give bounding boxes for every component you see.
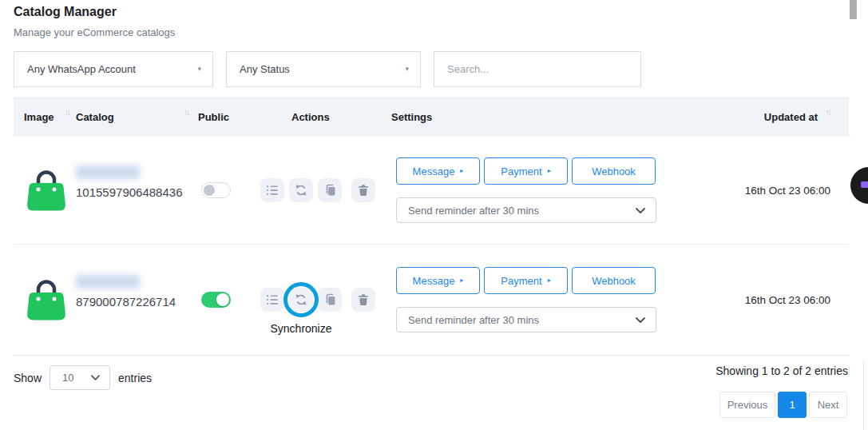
table-row: 879000787226714 Synchronize Message ▸ (14, 245, 849, 356)
list-products-button[interactable] (260, 178, 284, 202)
message-button-label: Message (413, 275, 455, 287)
whatsapp-account-value: Any WhatsApp Account (27, 63, 136, 75)
webhook-button-label: Webhook (592, 275, 636, 287)
trash-icon (357, 293, 370, 306)
shopping-bag-icon (26, 168, 67, 213)
catalog-name-redacted (76, 275, 140, 289)
updated-at: 16th Oct 23 06:00 (671, 245, 849, 355)
next-page-button[interactable]: Next (809, 392, 847, 418)
public-toggle[interactable] (201, 292, 231, 308)
sync-icon (295, 293, 307, 306)
caret-down-icon: ▾ (197, 66, 201, 73)
caret-right-icon: ▸ (548, 168, 551, 174)
pagination: Previous 1 Next (719, 392, 847, 418)
column-header-public: Public (198, 111, 260, 123)
copy-icon (323, 184, 336, 197)
column-header-actions: Actions (260, 111, 391, 123)
list-products-button[interactable] (260, 288, 284, 312)
trash-icon (357, 184, 370, 197)
catalog-image (26, 277, 67, 322)
filter-bar: Any WhatsApp Account ▾ Any Status ▾ (14, 51, 641, 87)
table-row: 1015597906488436 Message ▸ Payment (14, 137, 849, 245)
reminder-value: Send reminder after 30 mins (408, 314, 539, 326)
webhook-button[interactable]: Webhook (572, 267, 656, 294)
table-header: Image ↑↓ Catalog ↑↓ Public Actions Setti… (14, 97, 849, 137)
page-size-control: Show 10 entries (14, 365, 152, 390)
payment-button-label: Payment (501, 165, 541, 177)
page-size-value: 10 (62, 372, 73, 384)
page-title: Catalog Manager (14, 5, 117, 19)
copy-icon (323, 293, 336, 306)
synchronize-button[interactable] (289, 288, 313, 312)
entries-label: entries (118, 372, 152, 384)
widget-glyph-icon (861, 181, 868, 188)
message-button-label: Message (413, 165, 455, 177)
catalog-name-redacted (76, 165, 140, 179)
caret-right-icon: ▸ (460, 168, 463, 174)
toggle-knob (216, 293, 229, 306)
delete-button[interactable] (351, 288, 375, 312)
payment-button[interactable]: Payment ▸ (484, 267, 568, 294)
webhook-button-label: Webhook (592, 165, 636, 177)
column-header-catalog[interactable]: Catalog (76, 111, 114, 123)
reminder-select[interactable]: Send reminder after 30 mins (396, 197, 656, 223)
webhook-button[interactable]: Webhook (572, 157, 656, 185)
catalog-id: 879000787226714 (76, 295, 176, 309)
page-size-select[interactable]: 10 (50, 365, 110, 390)
chevron-down-icon (91, 375, 100, 380)
message-button[interactable]: Message ▸ (396, 267, 480, 294)
caret-right-icon: ▸ (548, 277, 551, 284)
chevron-down-icon (636, 208, 645, 213)
updated-at: 16th Oct 23 06:00 (671, 137, 849, 244)
synchronize-button[interactable] (289, 178, 313, 202)
message-button[interactable]: Message ▸ (396, 157, 480, 185)
list-icon (266, 293, 279, 306)
status-select[interactable]: Any Status ▾ (226, 51, 421, 87)
payment-button[interactable]: Payment ▸ (484, 157, 568, 185)
column-header-updated-at[interactable]: Updated at (764, 111, 818, 123)
reminder-select[interactable]: Send reminder after 30 mins (396, 307, 656, 332)
search-input[interactable] (434, 51, 641, 87)
reminder-value: Send reminder after 30 mins (408, 205, 539, 217)
results-summary: Showing 1 to 2 of 2 entries (715, 364, 848, 377)
scrollbar-thumb[interactable] (850, 0, 857, 19)
floating-widget-button[interactable] (850, 167, 868, 204)
sort-icon[interactable]: ↑↓ (65, 108, 69, 117)
caret-down-icon: ▾ (405, 66, 409, 73)
catalog-image (26, 168, 67, 213)
page-subtitle: Manage your eCommerce catalogs (14, 26, 175, 38)
previous-page-button[interactable]: Previous (719, 392, 775, 418)
duplicate-button[interactable] (318, 178, 342, 202)
payment-button-label: Payment (501, 275, 541, 287)
column-header-image[interactable]: Image (24, 111, 54, 123)
show-label: Show (14, 372, 42, 384)
chevron-down-icon (636, 317, 645, 323)
toggle-knob (204, 185, 215, 196)
annotation-label: Synchronize (270, 322, 331, 335)
caret-right-icon: ▸ (460, 277, 463, 284)
duplicate-button[interactable] (318, 288, 342, 312)
delete-button[interactable] (351, 178, 375, 202)
panel-edge-divider (863, 361, 864, 430)
shopping-bag-icon (26, 277, 67, 322)
whatsapp-account-select[interactable]: Any WhatsApp Account ▾ (14, 51, 213, 87)
status-value: Any Status (240, 63, 290, 75)
sync-icon (295, 184, 307, 197)
column-header-settings: Settings (391, 111, 671, 123)
sort-icon[interactable]: ↑↓ (826, 108, 830, 117)
sort-icon[interactable]: ↑↓ (184, 108, 188, 117)
public-toggle[interactable] (201, 182, 231, 198)
catalog-id: 1015597906488436 (76, 185, 182, 199)
page-1-button[interactable]: 1 (778, 392, 807, 418)
list-icon (266, 184, 279, 197)
